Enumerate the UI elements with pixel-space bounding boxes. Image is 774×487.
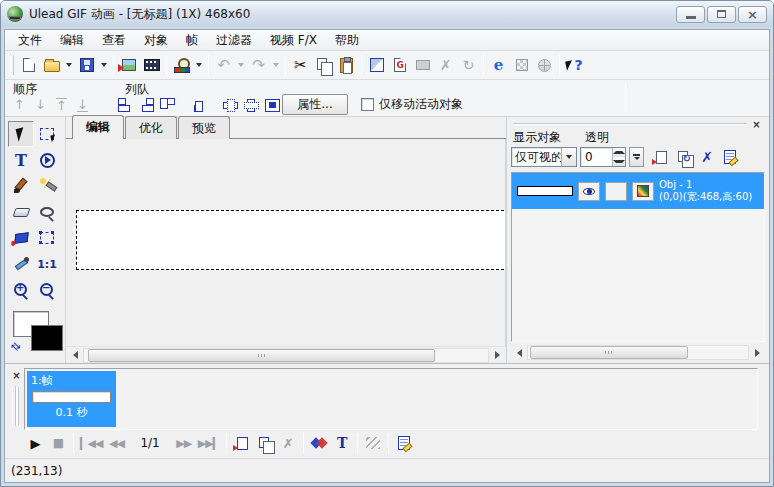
scroll-thumb[interactable] xyxy=(88,349,435,362)
animation-tool[interactable] xyxy=(34,147,60,173)
maximize-button[interactable] xyxy=(707,6,736,23)
play-button[interactable]: ▶ xyxy=(24,432,46,454)
scroll-thumb[interactable] xyxy=(530,346,688,359)
object-panel-close-button[interactable]: × xyxy=(750,118,763,130)
copy-button[interactable] xyxy=(312,54,335,77)
crop-button[interactable] xyxy=(365,54,388,77)
panel-grip[interactable] xyxy=(513,123,747,125)
object-properties-button[interactable] xyxy=(720,147,740,167)
save-button[interactable] xyxy=(75,54,98,77)
scroll-track[interactable] xyxy=(527,345,749,360)
frame-properties-button[interactable] xyxy=(393,432,415,454)
brush-tool[interactable] xyxy=(8,173,34,199)
object-list[interactable]: Obj - 1 (0,0)(宽:468,高:60) xyxy=(511,172,765,342)
menu-item-frame[interactable]: 帧 xyxy=(177,30,207,51)
select-tool[interactable] xyxy=(8,121,34,147)
paste-button[interactable] xyxy=(335,54,358,77)
transform-tool[interactable] xyxy=(34,225,60,251)
open-dropdown[interactable] xyxy=(63,54,75,77)
object-visibility-toggle[interactable] xyxy=(578,182,600,201)
align-right-button[interactable] xyxy=(136,95,157,114)
zoom-in-tool[interactable]: + xyxy=(8,277,34,303)
menu-item-filters[interactable]: 过滤器 xyxy=(207,30,261,51)
scroll-right-button[interactable] xyxy=(489,348,505,363)
canvas-area[interactable] xyxy=(66,139,506,346)
frame-strip[interactable]: 1:帧 0.1 秒 xyxy=(24,368,758,430)
scroll-track[interactable] xyxy=(83,348,489,363)
tab-edit[interactable]: 编辑 xyxy=(72,115,124,139)
canvas[interactable] xyxy=(76,210,506,270)
frame-panel-grip[interactable] xyxy=(12,386,16,426)
show-objects-select[interactable]: 仅可视的 xyxy=(511,147,577,167)
background-color-swatch[interactable] xyxy=(31,325,63,351)
next-frame-button: ▶▶ xyxy=(173,432,195,454)
new-button[interactable] xyxy=(17,54,40,77)
context-help-button[interactable]: ? xyxy=(563,54,586,77)
add-frame-button[interactable] xyxy=(231,432,253,454)
scroll-left-button[interactable] xyxy=(511,345,527,360)
scroll-right-button[interactable] xyxy=(749,345,765,360)
marquee-tool[interactable] xyxy=(34,121,60,147)
menu-item-edit[interactable]: 编辑 xyxy=(51,30,93,51)
move-active-only-checkbox[interactable] xyxy=(361,98,374,111)
object-list-item[interactable]: Obj - 1 (0,0)(宽:468,高:60) xyxy=(512,173,764,209)
close-button[interactable]: × xyxy=(738,6,767,23)
duplicate-object-button[interactable]: ↻ xyxy=(674,147,694,167)
tab-preview[interactable]: 预览 xyxy=(178,116,230,139)
preview-ie-button[interactable]: e xyxy=(487,54,510,77)
center-vertical-button[interactable] xyxy=(240,95,261,114)
transparency-slider-button[interactable] xyxy=(629,147,644,167)
tab-optimize[interactable]: 优化 xyxy=(125,116,177,139)
separator xyxy=(361,55,362,75)
startup-wizard-button[interactable] xyxy=(170,54,193,77)
delete-frame-icon: ✗ xyxy=(283,436,294,451)
wizard-dropdown[interactable] xyxy=(193,54,205,77)
open-button[interactable] xyxy=(40,54,63,77)
center-horizontal-button[interactable] xyxy=(219,95,240,114)
lasso-tool[interactable] xyxy=(34,199,60,225)
scroll-left-button[interactable] xyxy=(67,348,83,363)
eraser-tool[interactable] xyxy=(8,199,34,225)
swap-colors-icon[interactable]: ⇄ xyxy=(8,339,24,355)
spin-up-button[interactable] xyxy=(613,148,625,157)
menu-item-view[interactable]: 查看 xyxy=(93,30,135,51)
arrow-right-icon xyxy=(755,349,760,357)
combo-dropdown-button[interactable] xyxy=(561,148,576,166)
titlebar[interactable]: Ulead GIF 动画 - [无标题] (1X) 468x60 × xyxy=(1,1,773,27)
save-dropdown[interactable] xyxy=(98,54,110,77)
duplicate-frame-button[interactable] xyxy=(254,432,276,454)
menu-item-file[interactable]: 文件 xyxy=(9,30,51,51)
delete-object-button[interactable]: ✗ xyxy=(697,147,717,167)
object-palette-button[interactable] xyxy=(632,182,654,201)
minimize-button[interactable] xyxy=(676,6,705,23)
menu-item-help[interactable]: 帮助 xyxy=(326,30,368,51)
frame-item[interactable]: 1:帧 0.1 秒 xyxy=(27,371,116,427)
center-both-button[interactable] xyxy=(261,95,282,114)
align-left-button[interactable] xyxy=(115,95,136,114)
align-top-button[interactable] xyxy=(157,95,178,114)
add-image-button[interactable] xyxy=(117,54,140,77)
cut-button[interactable]: ✂ xyxy=(289,54,312,77)
transparency-input[interactable]: 0 xyxy=(580,147,626,167)
add-banner-button[interactable] xyxy=(308,432,330,454)
next-frame-icon: ▶▶ xyxy=(176,437,191,450)
add-video-button[interactable] xyxy=(140,54,163,77)
menu-item-object[interactable]: 对象 xyxy=(135,30,177,51)
add-object-button[interactable] xyxy=(651,147,671,167)
menu-item-video-fx[interactable]: 视频 F/X xyxy=(261,30,326,51)
object-blank-toggle[interactable] xyxy=(605,182,627,201)
spin-down-button[interactable] xyxy=(613,157,625,166)
magic-wand-tool[interactable] xyxy=(34,173,60,199)
fill-tool[interactable] xyxy=(8,225,34,251)
zoom-out-tool[interactable]: − xyxy=(34,277,60,303)
add-text-animation-button[interactable]: T xyxy=(331,432,353,454)
frame-panel-close-button[interactable]: × xyxy=(10,369,23,381)
actual-size-tool[interactable]: 1:1 xyxy=(34,251,60,277)
toolbar-grip[interactable] xyxy=(10,55,14,75)
gif-optimizer-button[interactable]: G xyxy=(388,54,411,77)
eyedropper-tool[interactable] xyxy=(8,251,34,277)
text-tool[interactable]: T xyxy=(8,147,34,173)
status-bar: (231,13) xyxy=(5,458,769,482)
align-bottom-button[interactable] xyxy=(188,95,209,114)
properties-button[interactable]: 属性... xyxy=(282,94,348,115)
